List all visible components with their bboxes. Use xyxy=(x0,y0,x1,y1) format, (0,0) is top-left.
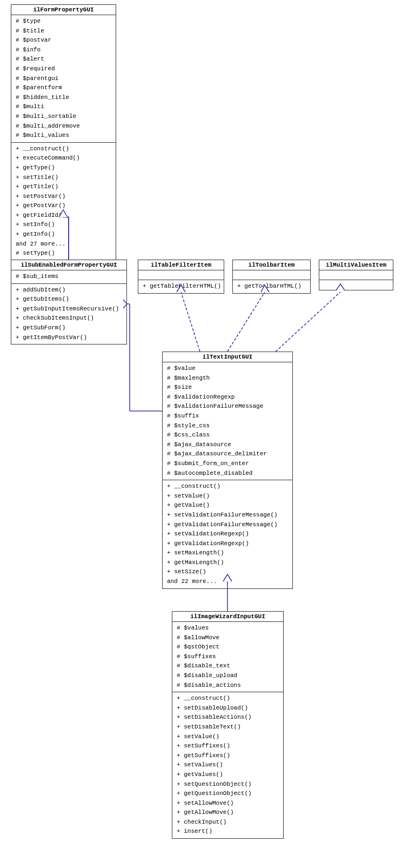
diagram-container: ilFormPropertyGUI # $type # $title # $po… xyxy=(0,0,402,868)
ilFormPropertyGUI-attributes: # $type # $title # $postvar # $info # $a… xyxy=(11,15,116,143)
ilTableFilterItem-title: ilTableFilterItem xyxy=(138,260,224,270)
ilImageWizardInputGUI-title: ilImageWizardInputGUI xyxy=(172,612,283,622)
ilToolbarItem-attributes xyxy=(233,270,310,280)
ilTableFilterItem-methods: + getTableFilterHTML() xyxy=(138,280,224,293)
ilImageWizardInputGUI-attributes: # $values # $allowMove # $qstObject # $s… xyxy=(172,622,283,692)
ilTextInputGUI-methods: + __construct() + setValue() + getValue(… xyxy=(163,480,292,588)
ilTextInputGUI-box: ilTextInputGUI # $value # $maxlength # $… xyxy=(162,352,293,589)
ilToolbarItem-title: ilToolbarItem xyxy=(233,260,310,270)
ilSubEnabledFormPropertyGUI-attributes: # $sub_items xyxy=(11,270,126,284)
ilSubEnabledFormPropertyGUI-title: ilSubEnabledFormPropertyGUI xyxy=(11,260,126,270)
ilToolbarItem-box: ilToolbarItem + getToolbarHTML() xyxy=(232,260,311,294)
ilFormPropertyGUI-box: ilFormPropertyGUI # $type # $title # $po… xyxy=(11,4,116,270)
ilTableFilterItem-attributes xyxy=(138,270,224,280)
ilTextInputGUI-attributes: # $value # $maxlength # $size # $validat… xyxy=(163,362,292,480)
svg-line-9 xyxy=(227,292,265,352)
ilMultiValuesItem-attributes xyxy=(319,270,393,280)
ilFormPropertyGUI-methods: + __construct() + executeCommand() + get… xyxy=(11,143,116,270)
ilFormPropertyGUI-title: ilFormPropertyGUI xyxy=(11,5,116,15)
ilImageWizardInputGUI-box: ilImageWizardInputGUI # $values # $allow… xyxy=(172,611,284,839)
ilMultiValuesItem-box: ilMultiValuesItem xyxy=(319,260,393,290)
ilSubEnabledFormPropertyGUI-box: ilSubEnabledFormPropertyGUI # $sub_items… xyxy=(11,260,127,344)
ilTextInputGUI-title: ilTextInputGUI xyxy=(163,352,292,362)
ilMultiValuesItem-title: ilMultiValuesItem xyxy=(319,260,393,270)
svg-line-8 xyxy=(181,292,200,352)
svg-line-10 xyxy=(276,292,340,352)
ilSubEnabledFormPropertyGUI-methods: + addSubItem() + getSubItems() + getSubI… xyxy=(11,284,126,344)
ilToolbarItem-methods: + getToolbarHTML() xyxy=(233,280,310,293)
ilTableFilterItem-box: ilTableFilterItem + getTableFilterHTML() xyxy=(138,260,224,294)
ilImageWizardInputGUI-methods: + __construct() + setDisableUpload() + s… xyxy=(172,692,283,838)
ilMultiValuesItem-methods xyxy=(319,280,393,290)
